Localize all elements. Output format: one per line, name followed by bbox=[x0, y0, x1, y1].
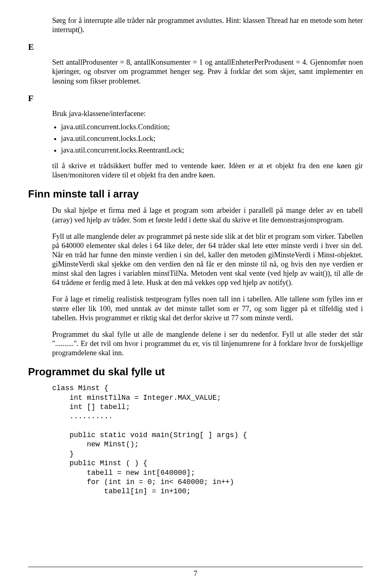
section-f-block: Bruk java-klassene/interfacene: java.uti… bbox=[52, 109, 363, 180]
bullet-item: java.util.concurrent.locks.Condition; bbox=[61, 122, 363, 132]
section-letter-f: F bbox=[28, 93, 363, 104]
paragraph-f-intro: Bruk java-klassene/interfacene: bbox=[52, 109, 363, 118]
bullet-item: java.util.concurrent.locks.ReentrantLock… bbox=[61, 146, 363, 155]
paragraph-finn-2: Fyll ut alle manglende deler av programm… bbox=[52, 232, 363, 288]
paragraph-f-after: til å skrive et trådsikkert buffer med t… bbox=[52, 161, 363, 180]
bullet-list: java.util.concurrent.locks.Condition; ja… bbox=[52, 122, 363, 155]
paragraph-finn-1: Du skal hjelpe et firma med å lage et pr… bbox=[52, 206, 363, 224]
footer-rule bbox=[28, 567, 363, 567]
bullet-item: java.util.concurrent.locks.Lock; bbox=[61, 134, 363, 143]
paragraph-intro: Sørg for å interrupte alle tråder når pr… bbox=[52, 16, 363, 35]
section-letter-e: E bbox=[28, 42, 363, 52]
paragraph-finn-3: For å lage et rimelig realistisk testpro… bbox=[52, 295, 363, 322]
page-footer: 7 bbox=[28, 567, 363, 578]
code-block: class Minst { int minstTilNa = Integer.M… bbox=[52, 384, 363, 496]
paragraph-finn-4: Programmet du skal fylle ut alle de mang… bbox=[52, 330, 363, 358]
heading-prog: Programmet du skal fylle ut bbox=[28, 366, 363, 378]
section-e-block: Sett antallProdusenter = 8, antallKonsum… bbox=[52, 58, 363, 85]
page-number: 7 bbox=[28, 570, 363, 578]
heading-finn: Finn minste tall i array bbox=[28, 188, 363, 200]
paragraph-e: Sett antallProdusenter = 8, antallKonsum… bbox=[52, 58, 363, 85]
page: Sørg for å interrupte alle tråder når pr… bbox=[0, 0, 385, 588]
intro-block: Sørg for å interrupte alle tråder når pr… bbox=[52, 16, 363, 35]
finn-block: Du skal hjelpe et firma med å lage et pr… bbox=[52, 206, 363, 358]
